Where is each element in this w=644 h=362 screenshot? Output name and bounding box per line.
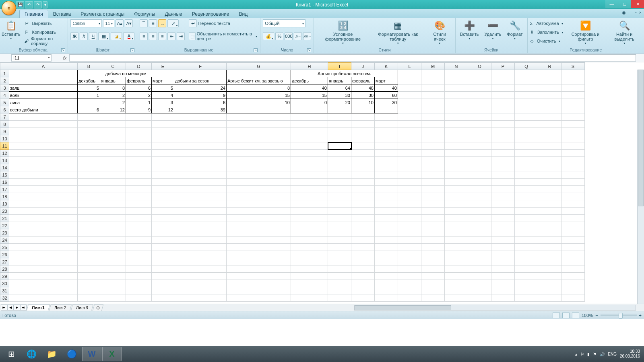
cell-O8[interactable] bbox=[468, 121, 491, 128]
cell-G18[interactable] bbox=[227, 193, 291, 200]
cell-R9[interactable] bbox=[538, 128, 561, 135]
cell-K10[interactable] bbox=[375, 135, 398, 142]
cell-B21[interactable] bbox=[78, 215, 100, 222]
col-header-O[interactable]: O bbox=[468, 63, 491, 70]
cell-E19[interactable] bbox=[152, 200, 174, 208]
cell-S14[interactable] bbox=[561, 164, 585, 171]
cell-P18[interactable] bbox=[491, 193, 515, 200]
cell-L19[interactable] bbox=[398, 200, 421, 208]
cell-D27[interactable] bbox=[126, 258, 152, 265]
cell-S13[interactable] bbox=[561, 157, 585, 164]
cell-I11[interactable] bbox=[328, 142, 351, 150]
cell-O16[interactable] bbox=[468, 179, 491, 186]
cell-R24[interactable] bbox=[538, 237, 561, 244]
cell-S4[interactable] bbox=[561, 92, 585, 99]
cell-H7[interactable] bbox=[291, 113, 328, 121]
cell-G6[interactable] bbox=[227, 106, 291, 113]
cut-button[interactable]: ✂Вырезать bbox=[23, 19, 66, 27]
tab-page-layout[interactable]: Разметка страницы bbox=[76, 10, 129, 18]
cell-L25[interactable] bbox=[398, 244, 421, 251]
cell-A17[interactable] bbox=[9, 186, 78, 193]
cell-H27[interactable] bbox=[291, 258, 328, 265]
zoom-level[interactable]: 100% bbox=[582, 313, 593, 318]
row-header-6[interactable]: 6 bbox=[0, 106, 9, 113]
cell-E29[interactable] bbox=[152, 273, 174, 280]
row-header-17[interactable]: 17 bbox=[0, 186, 9, 193]
cell-L12[interactable] bbox=[398, 150, 421, 157]
cell-F24[interactable] bbox=[174, 237, 227, 244]
col-header-E[interactable]: E bbox=[152, 63, 174, 70]
cell-N27[interactable] bbox=[445, 258, 468, 265]
conditional-formatting-button[interactable]: 🔢Условное форматирование▼ bbox=[316, 19, 369, 46]
cell-H20[interactable] bbox=[291, 208, 328, 215]
cell-S27[interactable] bbox=[561, 258, 585, 265]
cell-K26[interactable] bbox=[375, 251, 398, 258]
cell-R11[interactable] bbox=[538, 142, 561, 150]
zoom-slider[interactable] bbox=[601, 315, 637, 316]
tray-network-icon[interactable]: ▮ bbox=[587, 352, 590, 356]
cell-O21[interactable] bbox=[468, 215, 491, 222]
cell-F22[interactable] bbox=[174, 222, 227, 229]
col-header-D[interactable]: D bbox=[126, 63, 152, 70]
cell-M5[interactable] bbox=[421, 99, 445, 106]
cell-I32[interactable] bbox=[328, 294, 351, 302]
row-header-14[interactable]: 14 bbox=[0, 164, 9, 171]
cell-F20[interactable] bbox=[174, 208, 227, 215]
cell-Q24[interactable] bbox=[515, 237, 538, 244]
cell-Q5[interactable] bbox=[515, 99, 538, 106]
cell-G5[interactable]: 10 bbox=[227, 99, 291, 106]
cell-H11[interactable] bbox=[291, 142, 328, 150]
cell-M10[interactable] bbox=[421, 135, 445, 142]
cell-D22[interactable] bbox=[126, 222, 152, 229]
cell-F15[interactable] bbox=[174, 171, 227, 179]
cell-D30[interactable] bbox=[126, 280, 152, 287]
cell-D5[interactable]: 1 bbox=[126, 99, 152, 106]
cell-P10[interactable] bbox=[491, 135, 515, 142]
vertical-scrollbar[interactable] bbox=[637, 70, 644, 304]
cell-S9[interactable] bbox=[561, 128, 585, 135]
cell-E13[interactable] bbox=[152, 157, 174, 164]
cell-Q22[interactable] bbox=[515, 222, 538, 229]
cell-S32[interactable] bbox=[561, 294, 585, 302]
cell-C6[interactable]: 12 bbox=[100, 106, 126, 113]
cell-A2[interactable] bbox=[9, 77, 78, 84]
cell-A24[interactable] bbox=[9, 237, 78, 244]
cell-K7[interactable] bbox=[375, 113, 398, 121]
cell-A3[interactable]: заяц bbox=[9, 84, 78, 92]
cell-Q28[interactable] bbox=[515, 265, 538, 273]
cell-D3[interactable]: 6 bbox=[126, 84, 152, 92]
col-header-I[interactable]: I bbox=[328, 63, 351, 70]
paste-button[interactable]: 📋 Вставить ▼ bbox=[1, 19, 21, 41]
cell-L21[interactable] bbox=[398, 215, 421, 222]
cell-E18[interactable] bbox=[152, 193, 174, 200]
row-header-32[interactable]: 32 bbox=[0, 294, 9, 302]
orientation-button[interactable]: ⤢▼ bbox=[167, 19, 179, 27]
cell-F21[interactable] bbox=[174, 215, 227, 222]
cell-L26[interactable] bbox=[398, 251, 421, 258]
cell-D10[interactable] bbox=[126, 135, 152, 142]
cell-E26[interactable] bbox=[152, 251, 174, 258]
cell-A12[interactable] bbox=[9, 150, 78, 157]
cell-O7[interactable] bbox=[468, 113, 491, 121]
cell-K25[interactable] bbox=[375, 244, 398, 251]
cell-A5[interactable]: лиса bbox=[9, 99, 78, 106]
cell-E25[interactable] bbox=[152, 244, 174, 251]
cell-R2[interactable] bbox=[538, 77, 561, 84]
cell-S15[interactable] bbox=[561, 171, 585, 179]
format-as-table-button[interactable]: ▦Форматировать как таблицу▼ bbox=[371, 19, 425, 46]
cell-G13[interactable] bbox=[227, 157, 291, 164]
cell-I27[interactable] bbox=[328, 258, 351, 265]
cell-O5[interactable] bbox=[468, 99, 491, 106]
zoom-in-button[interactable]: + bbox=[639, 313, 642, 318]
row-header-26[interactable]: 26 bbox=[0, 251, 9, 258]
cell-B3[interactable]: 5 bbox=[78, 84, 100, 92]
cell-D11[interactable] bbox=[126, 142, 152, 150]
cell-C30[interactable] bbox=[100, 280, 126, 287]
cell-E8[interactable] bbox=[152, 121, 174, 128]
cell-P1[interactable] bbox=[491, 70, 515, 77]
cell-K18[interactable] bbox=[375, 193, 398, 200]
row-header-2[interactable]: 2 bbox=[0, 77, 9, 84]
cell-G23[interactable] bbox=[227, 229, 291, 237]
cell-D7[interactable] bbox=[126, 113, 152, 121]
cell-F17[interactable] bbox=[174, 186, 227, 193]
